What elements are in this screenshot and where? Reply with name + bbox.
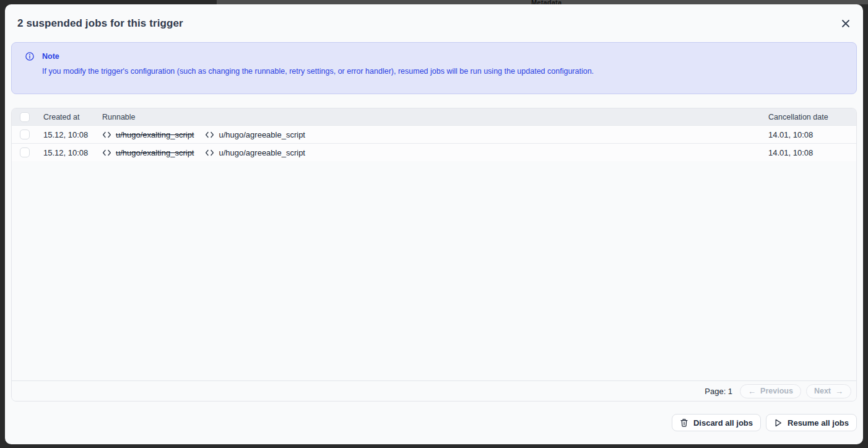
row-checkbox-cell — [12, 130, 43, 139]
next-page-button[interactable]: Next → — [806, 384, 851, 398]
note-banner: Note If you modify the trigger's configu… — [11, 42, 857, 94]
page-indicator: Page: 1 — [705, 387, 732, 396]
discard-all-jobs-label: Discard all jobs — [693, 418, 753, 428]
row-checkbox[interactable] — [20, 147, 30, 157]
note-title: Note — [42, 52, 59, 61]
runnable-old-path: u/hugo/exalting_script — [116, 130, 194, 139]
suspended-jobs-table: Created at Runnable Cancellation date 15… — [11, 108, 857, 402]
note-body: If you modify the trigger's configuratio… — [42, 66, 844, 77]
runnable-new-path: u/hugo/agreeable_script — [219, 130, 305, 139]
info-icon — [25, 52, 34, 61]
modal-header: 2 suspended jobs for this trigger — [11, 4, 857, 42]
code-icon — [205, 149, 214, 157]
created-at-value: 15.12, 10:08 — [43, 148, 102, 157]
cancellation-date-value: 14.01, 10:08 — [768, 130, 856, 139]
note-header: Note — [25, 52, 844, 61]
table-empty-area — [12, 161, 856, 380]
previous-page-button[interactable]: ← Previous — [740, 384, 801, 398]
table-row: 15.12, 10:08 u/hugo/exalting_script u/hu… — [12, 125, 856, 143]
created-at-value: 15.12, 10:08 — [43, 130, 102, 139]
pagination-bar: Page: 1 ← Previous Next → — [12, 380, 856, 401]
resume-all-jobs-label: Resume all jobs — [788, 418, 849, 428]
modal-title: 2 suspended jobs for this trigger — [17, 17, 183, 30]
column-header-runnable: Runnable — [102, 113, 768, 121]
close-icon — [840, 18, 851, 29]
column-header-cancellation-date: Cancellation date — [768, 113, 856, 121]
modal-actions: Discard all jobs Resume all jobs — [11, 414, 857, 431]
runnable-new-path: u/hugo/agreeable_script — [219, 148, 305, 157]
runnable-cell: u/hugo/exalting_script u/hugo/agreeable_… — [102, 148, 768, 157]
code-icon — [205, 131, 214, 139]
close-button[interactable] — [837, 15, 854, 32]
arrow-left-icon: ← — [748, 387, 756, 395]
runnable-cell: u/hugo/exalting_script u/hugo/agreeable_… — [102, 130, 768, 139]
discard-all-jobs-button[interactable]: Discard all jobs — [672, 414, 761, 431]
code-icon — [102, 131, 111, 139]
previous-page-label: Previous — [760, 387, 793, 395]
row-checkbox-cell — [12, 147, 43, 157]
select-all-checkbox[interactable] — [20, 112, 30, 122]
trash-icon — [680, 418, 688, 428]
runnable-old-path: u/hugo/exalting_script — [116, 148, 194, 157]
row-checkbox[interactable] — [20, 130, 30, 139]
cancellation-date-value: 14.01, 10:08 — [768, 148, 856, 157]
background-tab-label: Metadata — [531, 0, 562, 4]
column-header-created-at: Created at — [43, 113, 102, 121]
resume-all-jobs-button[interactable]: Resume all jobs — [766, 414, 857, 431]
suspended-jobs-modal: 2 suspended jobs for this trigger Note I… — [5, 4, 863, 444]
table-row: 15.12, 10:08 u/hugo/exalting_script u/hu… — [12, 143, 856, 161]
select-all-cell — [12, 112, 43, 122]
next-page-label: Next — [814, 387, 831, 395]
code-icon — [102, 149, 111, 157]
play-icon — [774, 418, 783, 428]
background-app-bar: Metadata — [217, 0, 868, 4]
table-header-row: Created at Runnable Cancellation date — [12, 108, 856, 125]
arrow-right-icon: → — [835, 387, 843, 395]
